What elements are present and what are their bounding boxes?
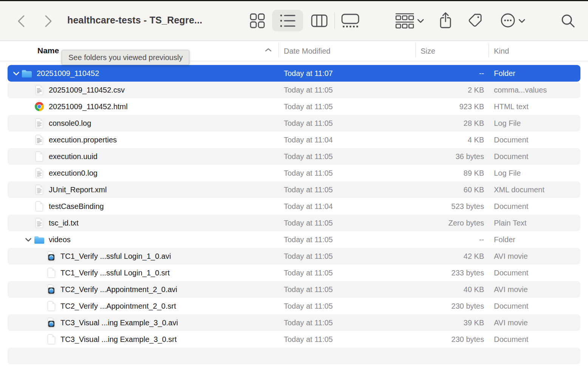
chrome-icon [34, 101, 45, 112]
file-size: 4 KB [468, 131, 484, 148]
file-date-modified: Today at 11:05 [284, 314, 333, 331]
disclosure-chevron-down-icon[interactable] [13, 71, 20, 76]
file-date-modified: Today at 11:05 [284, 98, 333, 115]
table-row[interactable]: TC1_Verify ...ssful Login_1_0.aviToday a… [8, 248, 580, 264]
table-row[interactable]: TC2_Verify ...Appointment_2_0.srtToday a… [8, 298, 580, 314]
file-date-modified: Today at 11:05 [284, 148, 333, 165]
table-row[interactable]: tsc_id.txtToday at 11:05Zero bytesPlain … [8, 215, 580, 231]
doc-lines-icon [34, 85, 45, 95]
file-name: TC1_Verify ...ssful Login_1_0.srt [60, 264, 170, 281]
file-size: 523 bytes [451, 198, 484, 215]
file-kind: Plain Text [494, 215, 526, 231]
table-row-folder[interactable]: videosToday at 11:05--Folder [8, 231, 580, 248]
file-name: 20251009_110452.csv [49, 82, 125, 98]
file-kind: Document [494, 148, 528, 165]
file-size: 2 KB [468, 82, 484, 98]
file-size: -- [479, 65, 484, 82]
file-kind: AVI movie [494, 281, 528, 298]
doc-blank-icon [46, 267, 57, 278]
file-size: 230 bytes [451, 298, 484, 314]
file-kind: Folder [494, 65, 515, 82]
file-size: Zero bytes [449, 215, 484, 231]
table-row[interactable]: TC2_Verify ...Appointment_2_0.aviToday a… [8, 281, 580, 298]
doc-blank-icon [46, 334, 57, 345]
file-date-modified: Today at 11:05 [284, 264, 333, 281]
file-name: TC3_Visual ...ing Example_3_0.avi [60, 314, 178, 331]
file-name: videos [49, 231, 71, 248]
file-date-modified: Today at 11:05 [284, 215, 333, 231]
file-date-modified: Today at 11:05 [284, 115, 333, 131]
file-date-modified: Today at 11:04 [284, 131, 333, 148]
table-row[interactable]: console0.logToday at 11:0528 KBLog File [8, 115, 580, 131]
file-size: 42 KB [464, 248, 484, 264]
file-name: JUnit_Report.xml [49, 181, 107, 198]
tooltip: See folders you viewed previously [62, 50, 189, 65]
file-kind: XML document [494, 181, 545, 198]
file-size: -- [479, 231, 484, 248]
doc-text-icon [34, 168, 45, 178]
file-name: 20251009_110452 [37, 65, 99, 82]
file-date-modified: Today at 11:05 [284, 331, 333, 348]
table-row[interactable]: execution.uuidToday at 11:0536 bytesDocu… [8, 148, 580, 165]
empty-row-stripe [8, 348, 580, 364]
doc-text-icon [34, 118, 45, 128]
file-size: 28 KB [464, 115, 484, 131]
file-date-modified: Today at 11:05 [284, 231, 333, 248]
table-row[interactable]: TC3_Visual ...ing Example_3_0.aviToday a… [8, 314, 580, 331]
file-date-modified: Today at 11:05 [284, 298, 333, 314]
file-size: 923 KB [459, 98, 484, 115]
table-row[interactable]: JUnit_Report.xmlToday at 11:0560 KBXML d… [8, 181, 580, 198]
file-name: 20251009_110452.html [49, 98, 128, 115]
file-date-modified: Today at 11:05 [284, 281, 333, 298]
file-date-modified: Today at 11:04 [284, 198, 333, 215]
file-size: 89 KB [464, 165, 484, 181]
table-row-folder[interactable]: 20251009_110452Today at 11:07--Folder [8, 65, 580, 82]
table-row[interactable]: 20251009_110452.csvToday at 11:052 KBcom… [8, 82, 580, 98]
file-kind: Document [494, 198, 528, 215]
avi-icon [46, 251, 57, 261]
table-row[interactable]: execution0.logToday at 11:0589 KBLog Fil… [8, 165, 580, 181]
file-date-modified: Today at 11:05 [284, 82, 333, 98]
table-row[interactable]: TC1_Verify ...ssful Login_1_0.srtToday a… [8, 264, 580, 281]
file-date-modified: Today at 11:05 [284, 165, 333, 181]
file-name: TC3_Visual ...ing Example_3_0.srt [60, 331, 177, 348]
file-name: testCaseBinding [49, 198, 104, 215]
table-row[interactable]: TC3_Visual ...ing Example_3_0.srtToday a… [8, 331, 580, 348]
file-kind: HTML text [494, 98, 529, 115]
avi-icon [46, 317, 57, 328]
file-kind: Log File [494, 115, 521, 131]
file-size: 39 KB [464, 314, 484, 331]
table-row[interactable]: 20251009_110452.htmlToday at 11:05923 KB… [8, 98, 580, 115]
doc-blank-icon [34, 151, 45, 162]
avi-icon [46, 284, 57, 295]
doc-blank-icon [46, 301, 57, 311]
file-kind: Document [494, 131, 528, 148]
disclosure-chevron-down-icon[interactable] [25, 238, 32, 242]
file-name: tsc_id.txt [49, 215, 79, 231]
file-name: TC2_Verify ...Appointment_2_0.avi [60, 281, 177, 298]
file-date-modified: Today at 11:07 [284, 65, 333, 82]
file-kind: comma...values [494, 82, 547, 98]
table-row[interactable]: testCaseBindingToday at 11:04523 bytesDo… [8, 198, 580, 215]
file-kind: AVI movie [494, 248, 528, 264]
file-name: TC2_Verify ...Appointment_2_0.srt [60, 298, 176, 314]
file-kind: AVI movie [494, 314, 528, 331]
file-name: execution0.log [49, 165, 97, 181]
table-row[interactable]: execution.propertiesToday at 11:044 KBDo… [8, 131, 580, 148]
file-name: TC1_Verify ...ssful Login_1_0.avi [60, 248, 171, 264]
file-kind: Folder [494, 231, 515, 248]
file-kind: Document [494, 264, 528, 281]
file-name: execution.properties [49, 131, 117, 148]
file-kind: Log File [494, 165, 521, 181]
doc-text-icon [34, 218, 45, 228]
doc-blank-icon [34, 201, 45, 212]
folder-icon [22, 68, 32, 79]
folder-icon [34, 234, 45, 245]
file-kind: Document [494, 331, 528, 348]
file-size: 60 KB [464, 181, 484, 198]
file-size: 230 bytes [451, 331, 484, 348]
file-size: 40 KB [464, 281, 484, 298]
file-kind: Document [494, 298, 528, 314]
file-size: 36 bytes [455, 148, 484, 165]
file-name: console0.log [49, 115, 91, 131]
